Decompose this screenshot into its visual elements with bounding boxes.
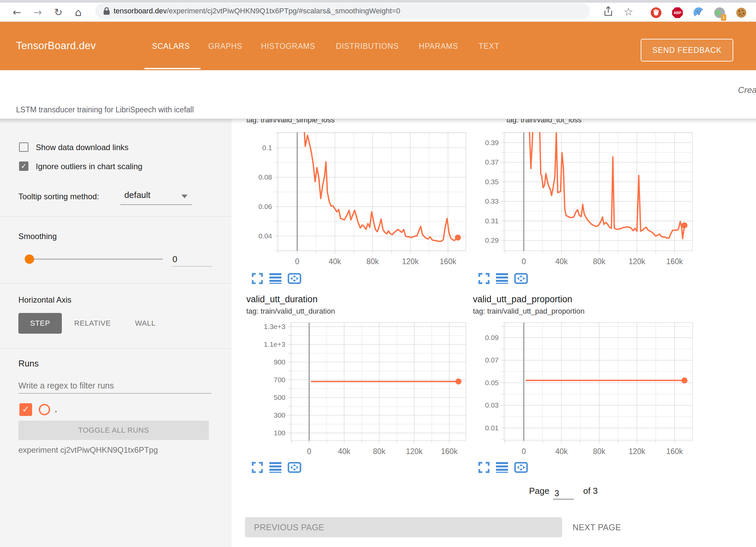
fit-domain-icon[interactable] — [514, 461, 526, 473]
svg-text:700: 700 — [274, 376, 285, 384]
svg-text:0.05: 0.05 — [485, 379, 499, 387]
svg-text:160k: 160k — [439, 257, 456, 266]
reload-icon[interactable]: ↻ — [54, 7, 62, 17]
fit-domain-icon[interactable] — [514, 272, 526, 285]
fit-domain-icon[interactable] — [287, 461, 299, 473]
adblock-extension-icon[interactable] — [651, 7, 661, 18]
runs-regex-input[interactable]: Write a regex to filter runs — [18, 381, 114, 391]
svg-text:120k: 120k — [402, 257, 419, 266]
tab-graphs[interactable]: GRAPHS — [208, 42, 242, 51]
fullscreen-icon[interactable] — [478, 272, 490, 285]
ignore-outliers-checkbox[interactable]: ✓ — [19, 161, 28, 171]
axis-step-button[interactable]: STEP — [18, 313, 62, 334]
divider — [0, 216, 232, 217]
show-download-links-checkbox[interactable] — [19, 142, 28, 152]
url-bar[interactable]: tensorboard.dev/experiment/cj2vtPiwQHKN9… — [95, 3, 590, 19]
axis-wall-button[interactable]: WALL — [135, 319, 156, 328]
bookmark-star-icon[interactable]: ☆ — [624, 5, 633, 18]
abp-extension-icon[interactable]: ABP — [672, 7, 683, 18]
profile-extension-icon[interactable]: 1 — [714, 7, 725, 18]
svg-text:0.06: 0.06 — [258, 203, 272, 210]
tab-distributions[interactable]: DISTRIBUTIONS — [336, 42, 399, 51]
chevron-down-icon[interactable] — [181, 195, 187, 198]
smoothing-slider-thumb[interactable] — [25, 254, 34, 264]
page-total-label: of 3 — [583, 486, 598, 496]
chart4-tag: tag: train/valid_utt_pad_proportion — [473, 307, 585, 316]
svg-text:0.39: 0.39 — [485, 139, 499, 146]
runs-list-icon[interactable] — [496, 461, 508, 473]
svg-text:160k: 160k — [666, 447, 683, 456]
next-page-button[interactable]: NEXT PAGE — [573, 517, 621, 537]
url-text: tensorboard.dev/experiment/cj2vtPiwQHKN9… — [114, 7, 400, 15]
chart4-toolbar — [478, 461, 526, 473]
svg-text:0.33: 0.33 — [485, 197, 499, 205]
run-color-swatch[interactable] — [39, 404, 50, 415]
tab-scalars[interactable]: SCALARS — [152, 42, 190, 51]
svg-text:40k: 40k — [329, 257, 341, 266]
charts-top-shadow — [232, 119, 756, 124]
v-extension-icon[interactable]: V — [694, 7, 704, 18]
chart4-title: valid_utt_pad_proportion — [473, 294, 572, 305]
divider — [0, 348, 232, 349]
charts-panel: tag: train/valid_simple_loss tag: train/… — [232, 119, 756, 547]
sidebar-top-shadow — [0, 119, 232, 124]
svg-text:0.1: 0.1 — [262, 144, 272, 151]
fullscreen-icon[interactable] — [251, 461, 263, 473]
smoothing-label: Smoothing — [18, 232, 57, 241]
runs-list-icon[interactable] — [269, 272, 281, 285]
tooltip-sorting-dropdown[interactable]: default — [124, 190, 150, 200]
toggle-all-runs-button[interactable]: TOGGLE ALL RUNS — [18, 421, 209, 440]
svg-text:1.1e+3: 1.1e+3 — [264, 340, 285, 348]
svg-text:300: 300 — [274, 411, 285, 419]
svg-text:0: 0 — [307, 447, 311, 456]
smoothing-value-field[interactable]: 0 — [172, 254, 177, 264]
fit-domain-icon[interactable] — [287, 272, 299, 285]
tab-text[interactable]: TEXT — [479, 42, 499, 51]
svg-text:0: 0 — [522, 447, 526, 456]
svg-text:0.08: 0.08 — [258, 173, 272, 181]
svg-text:0: 0 — [295, 257, 299, 266]
svg-text:80k: 80k — [373, 447, 386, 456]
runs-list-icon[interactable] — [269, 461, 281, 473]
svg-text:0.09: 0.09 — [485, 334, 499, 341]
chart1-toolbar — [251, 272, 299, 285]
experiment-id-label: experiment cj2vtPiwQHKN9Q1tx6PTpg — [18, 445, 158, 455]
hand-icon — [651, 7, 661, 18]
runs-list-icon[interactable] — [496, 272, 508, 285]
lock-icon — [103, 7, 110, 15]
tab-histograms[interactable]: HISTOGRAMS — [261, 42, 315, 51]
chart3-title: valid_utt_duration — [246, 294, 318, 305]
svg-text:80k: 80k — [366, 257, 379, 266]
svg-text:160k: 160k — [441, 447, 458, 456]
run-checkbox[interactable]: ✓ — [19, 403, 32, 416]
app-title[interactable]: TensorBoard.dev — [16, 40, 96, 52]
svg-text:0: 0 — [522, 257, 526, 266]
chart3-toolbar — [251, 461, 299, 473]
svg-text:120k: 120k — [629, 257, 645, 266]
axis-relative-button[interactable]: RELATIVE — [74, 319, 111, 328]
svg-text:40k: 40k — [555, 447, 568, 456]
fullscreen-icon[interactable] — [251, 272, 263, 285]
created-text-clipped: Crea — [738, 85, 756, 95]
svg-text:0.01: 0.01 — [485, 424, 499, 432]
smoothing-slider-track[interactable] — [33, 258, 163, 260]
svg-text:0.31: 0.31 — [485, 217, 499, 225]
cookie-extension-icon[interactable] — [736, 7, 747, 18]
share-icon[interactable] — [603, 5, 613, 17]
send-feedback-button[interactable]: SEND FEEDBACK — [641, 39, 733, 62]
previous-page-button[interactable]: PREVIOUS PAGE — [245, 517, 562, 537]
browser-tab-strip — [0, 0, 756, 3]
fullscreen-icon[interactable] — [478, 461, 490, 473]
run-name-label[interactable]: . — [55, 405, 57, 414]
tab-hparams[interactable]: HPARAMS — [419, 42, 458, 51]
ignore-outliers-label: Ignore outliers in chart scaling — [36, 162, 142, 171]
smoothing-value-underline — [172, 266, 212, 266]
forward-icon[interactable]: → — [33, 7, 42, 17]
app-header: TensorBoard.dev SCALARS GRAPHS HISTOGRAM… — [0, 22, 756, 70]
browser-toolbar: ← → ↻ ⌂ tensorboard.dev/experiment/cj2vt… — [0, 0, 756, 22]
page-number-input[interactable]: 3 — [554, 488, 559, 498]
svg-text:120k: 120k — [406, 447, 422, 456]
home-icon[interactable]: ⌂ — [75, 7, 82, 17]
chart2-toolbar — [478, 272, 526, 285]
back-icon[interactable]: ← — [13, 7, 21, 17]
